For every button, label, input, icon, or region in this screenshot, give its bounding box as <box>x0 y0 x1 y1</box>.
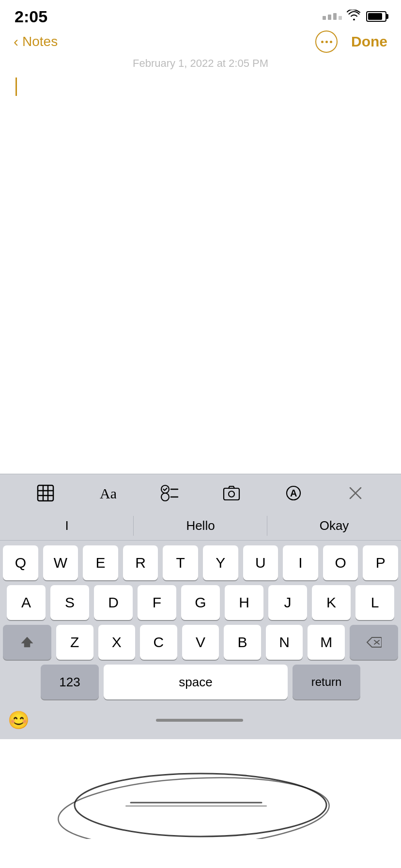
return-key[interactable]: return <box>293 665 360 699</box>
numbers-key[interactable]: 123 <box>41 665 99 699</box>
wifi-icon <box>347 10 361 23</box>
note-area[interactable]: February 1, 2022 at 2:05 PM <box>0 57 401 96</box>
nav-actions: Done <box>315 31 387 53</box>
key-q[interactable]: Q <box>3 545 38 580</box>
predictive-bar: I Hello Okay <box>0 512 401 541</box>
key-r[interactable]: R <box>123 545 158 580</box>
keyboard-toolbar: Aa A <box>0 474 401 512</box>
key-g[interactable]: G <box>181 585 220 620</box>
key-o[interactable]: O <box>323 545 358 580</box>
key-t[interactable]: T <box>163 545 198 580</box>
svg-rect-0 <box>38 485 53 501</box>
note-date: February 1, 2022 at 2:05 PM <box>14 57 387 70</box>
key-d[interactable]: D <box>94 585 133 620</box>
svg-point-18 <box>75 774 326 837</box>
key-a[interactable]: A <box>7 585 46 620</box>
key-w[interactable]: W <box>43 545 78 580</box>
more-button[interactable] <box>315 31 338 53</box>
key-j[interactable]: J <box>268 585 307 620</box>
back-button[interactable]: ‹ Notes <box>14 33 58 50</box>
svg-point-19 <box>57 771 331 839</box>
status-time: 2:05 <box>15 7 47 26</box>
table-icon <box>37 484 54 502</box>
svg-point-9 <box>161 493 169 501</box>
key-f[interactable]: F <box>138 585 176 620</box>
key-c[interactable]: C <box>140 625 177 660</box>
shift-key[interactable] <box>3 625 51 660</box>
key-v[interactable]: V <box>182 625 219 660</box>
delete-key[interactable] <box>350 625 398 660</box>
key-h[interactable]: H <box>225 585 263 620</box>
text-cursor <box>15 78 17 96</box>
note-body[interactable] <box>0 96 401 474</box>
predictive-item-2[interactable]: Hello <box>134 512 267 540</box>
checklist-icon <box>160 484 179 502</box>
status-bar: 2:05 <box>0 0 401 26</box>
close-icon <box>348 486 363 500</box>
signal-icon <box>323 13 342 20</box>
more-dots-icon <box>321 41 332 43</box>
chevron-left-icon: ‹ <box>14 33 18 50</box>
nav-bar: ‹ Notes Done <box>0 26 401 57</box>
key-b[interactable]: B <box>224 625 261 660</box>
key-p[interactable]: P <box>363 545 398 580</box>
key-s[interactable]: S <box>50 585 89 620</box>
key-k[interactable]: K <box>312 585 351 620</box>
predictive-item-1[interactable]: I <box>0 512 134 540</box>
key-row-3: Z X C V B N M <box>3 625 398 660</box>
markup-button[interactable]: A <box>281 481 306 505</box>
insert-table-button[interactable] <box>33 481 58 505</box>
battery-icon <box>366 11 386 22</box>
key-rows: Q W E R T Y U I O P A S D F G H J K L <box>0 541 401 701</box>
insert-photo-button[interactable] <box>219 481 244 505</box>
svg-text:A: A <box>290 488 297 498</box>
key-z[interactable]: Z <box>56 625 93 660</box>
key-x[interactable]: X <box>98 625 136 660</box>
key-row-2: A S D F G H J K L <box>3 585 398 620</box>
markup-icon: A <box>285 484 302 502</box>
svg-point-11 <box>229 491 234 497</box>
key-m[interactable]: M <box>308 625 345 660</box>
key-u[interactable]: U <box>243 545 278 580</box>
bottom-row: 😊 <box>0 701 401 739</box>
shift-icon <box>20 636 34 649</box>
key-i[interactable]: I <box>283 545 318 580</box>
status-icons <box>323 10 386 23</box>
predictive-item-3[interactable]: Okay <box>267 512 401 540</box>
close-toolbar-button[interactable] <box>343 481 368 505</box>
done-button[interactable]: Done <box>351 33 387 50</box>
key-row-4: 123 space return <box>3 665 398 699</box>
format-text-button[interactable]: Aa <box>95 481 120 505</box>
svg-rect-10 <box>224 488 239 500</box>
format-text-icon: Aa <box>99 484 116 502</box>
delete-icon <box>366 636 382 648</box>
back-label: Notes <box>22 34 58 49</box>
emoji-button[interactable]: 😊 <box>8 710 30 730</box>
insert-checklist-button[interactable] <box>157 481 182 505</box>
key-row-1: Q W E R T Y U I O P <box>3 545 398 580</box>
key-l[interactable]: L <box>355 585 394 620</box>
home-indicator <box>156 719 243 722</box>
camera-icon <box>223 484 240 502</box>
svg-text:Aa: Aa <box>100 485 116 501</box>
space-key[interactable]: space <box>104 665 288 699</box>
keyboard: I Hello Okay Q W E R T Y U I O P A S D F <box>0 512 401 739</box>
key-n[interactable]: N <box>266 625 303 660</box>
key-e[interactable]: E <box>83 545 118 580</box>
key-y[interactable]: Y <box>203 545 238 580</box>
